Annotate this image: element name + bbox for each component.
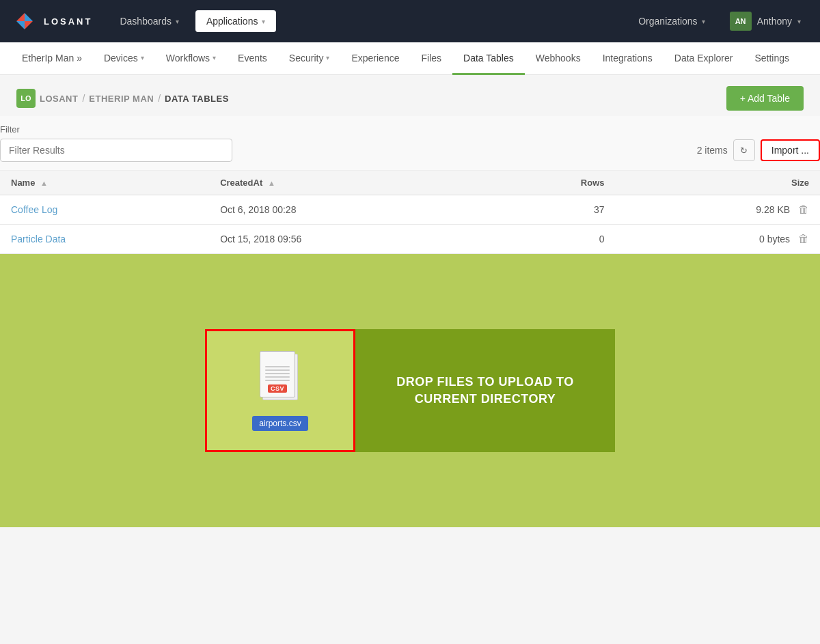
sidebar-item-experience[interactable]: Experience: [340, 43, 410, 75]
table-section: Name ▲ CreatedAt ▲ Rows Size Coffee Log …: [0, 171, 820, 254]
filter-row: 2 items ↻ Import ...: [0, 139, 820, 162]
breadcrumb-area: LO LOSANT / ETHERIP MAN / DATA TABLES + …: [0, 75, 820, 116]
security-caret: ▾: [326, 54, 329, 61]
top-navigation: LOSANT Dashboards ▾ Applications ▾ Organ…: [0, 0, 820, 42]
row-1-createdat: Oct 6, 2018 00:28: [209, 195, 491, 225]
csv-type-label: CSV: [268, 384, 287, 393]
drop-message: DROP FILES TO UPLOAD TO CURRENT DIRECTOR…: [355, 329, 615, 452]
csv-line-2: [265, 369, 290, 371]
sidebar-item-integrations[interactable]: Integrations: [592, 43, 664, 75]
drop-zone-area[interactable]: CSV airports.csv DROP FILES TO UPLOAD TO…: [0, 254, 820, 527]
breadcrumb-current: DATA TABLES: [165, 94, 229, 104]
applications-nav-btn[interactable]: Applications ▾: [195, 10, 277, 32]
losant-logo-icon: [11, 8, 38, 35]
csv-pages: CSV: [260, 351, 301, 402]
row-1-size: 9.28 KB: [756, 204, 790, 215]
row-2-name: Particle Data: [0, 225, 209, 254]
csv-lines: [265, 366, 290, 383]
organizations-btn[interactable]: Organizations ▾: [627, 10, 715, 32]
logo-area: LOSANT: [11, 8, 92, 35]
import-label: Import ...: [771, 145, 809, 156]
filter-label: Filter: [0, 124, 820, 135]
workflows-caret: ▾: [213, 54, 216, 61]
row-2-size: 0 bytes: [759, 234, 790, 244]
sidebar-item-data-tables[interactable]: Data Tables: [452, 43, 525, 75]
add-table-button[interactable]: + Add Table: [726, 86, 804, 111]
name-sort-icon: ▲: [40, 179, 48, 187]
dashboards-label: Dashboards: [120, 16, 172, 27]
user-avatar: AN: [730, 12, 752, 31]
filter-right: 2 items ↻ Import ...: [697, 139, 820, 161]
svg-marker-2: [16, 21, 25, 29]
user-caret: ▾: [797, 18, 801, 25]
sidebar-item-settings[interactable]: Settings: [743, 43, 800, 75]
dashboards-caret: ▾: [176, 18, 179, 25]
breadcrumb-sep-2: /: [158, 93, 161, 104]
file-name-badge: airports.csv: [252, 416, 308, 431]
dashboards-nav-btn[interactable]: Dashboards ▾: [109, 10, 190, 32]
table-header: Name ▲ CreatedAt ▲ Rows Size: [0, 171, 820, 195]
row-2-size-cell: 0 bytes 🗑: [616, 225, 821, 254]
svg-marker-1: [25, 13, 33, 21]
devices-caret: ▾: [141, 54, 144, 61]
csv-line-4: [265, 376, 290, 378]
user-initials: AN: [735, 17, 746, 25]
csv-line-1: [265, 366, 290, 367]
col-header-name[interactable]: Name ▲: [0, 171, 209, 195]
svg-marker-3: [25, 21, 33, 29]
breadcrumb-losant[interactable]: LOSANT: [40, 94, 78, 104]
col-header-size: Size: [616, 171, 821, 195]
row-1-name: Coffee Log: [0, 195, 209, 225]
svg-marker-0: [16, 13, 25, 21]
applications-label: Applications: [206, 16, 258, 27]
items-count: 2 items: [697, 145, 728, 156]
breadcrumb: LO LOSANT / ETHERIP MAN / DATA TABLES: [16, 89, 229, 108]
drop-zone-container: CSV airports.csv DROP FILES TO UPLOAD TO…: [205, 329, 615, 452]
table-row: Particle Data Oct 15, 2018 09:56 0 0 byt…: [0, 225, 820, 254]
row-1-delete-icon[interactable]: 🗑: [798, 204, 809, 215]
logo-text: LOSANT: [44, 16, 92, 27]
sub-navigation: EtherIp Man » Devices ▾ Workflows ▾ Even…: [0, 42, 820, 75]
refresh-icon: ↻: [740, 145, 748, 156]
breadcrumb-icon: LO: [16, 89, 36, 108]
sidebar-item-files[interactable]: Files: [410, 43, 452, 75]
username-label: Anthony: [757, 16, 792, 27]
particle-data-link[interactable]: Particle Data: [11, 234, 66, 244]
sidebar-item-devices[interactable]: Devices ▾: [93, 43, 155, 75]
csv-page-front: CSV: [260, 351, 295, 397]
row-1-rows: 37: [491, 195, 616, 225]
refresh-button[interactable]: ↻: [733, 139, 755, 161]
row-1-size-cell: 9.28 KB 🗑: [616, 195, 821, 225]
filter-input[interactable]: [0, 139, 232, 162]
row-2-delete-icon[interactable]: 🗑: [798, 233, 809, 244]
csv-file-icon: CSV: [260, 351, 301, 408]
row-2-createdat: Oct 15, 2018 09:56: [209, 225, 491, 254]
drop-message-text: DROP FILES TO UPLOAD TO CURRENT DIRECTOR…: [369, 374, 601, 408]
filter-area: Filter 2 items ↻ Import ...: [0, 116, 820, 171]
sidebar-item-etherip[interactable]: EtherIp Man »: [11, 43, 93, 75]
table-row: Coffee Log Oct 6, 2018 00:28 37 9.28 KB …: [0, 195, 820, 225]
col-header-createdat[interactable]: CreatedAt ▲: [209, 171, 491, 195]
sidebar-item-security[interactable]: Security ▾: [278, 43, 341, 75]
org-caret: ▾: [702, 18, 705, 25]
createdat-sort-icon: ▲: [268, 179, 275, 187]
import-button[interactable]: Import ...: [761, 139, 820, 161]
organizations-label: Organizations: [638, 16, 697, 27]
csv-line-5: [265, 380, 290, 381]
breadcrumb-etherip[interactable]: ETHERIP MAN: [89, 94, 154, 104]
table-body: Coffee Log Oct 6, 2018 00:28 37 9.28 KB …: [0, 195, 820, 254]
nav-right: Organizations ▾ AN Anthony ▾: [627, 6, 809, 36]
data-tables-table: Name ▲ CreatedAt ▲ Rows Size Coffee Log …: [0, 171, 820, 254]
breadcrumb-sep-1: /: [82, 93, 85, 104]
file-preview: CSV airports.csv: [205, 329, 355, 452]
user-menu-btn[interactable]: AN Anthony ▾: [722, 6, 809, 36]
row-2-rows: 0: [491, 225, 616, 254]
sidebar-item-events[interactable]: Events: [227, 43, 278, 75]
sidebar-item-webhooks[interactable]: Webhooks: [525, 43, 592, 75]
applications-caret: ▾: [262, 18, 265, 25]
sidebar-item-workflows[interactable]: Workflows ▾: [155, 43, 227, 75]
coffee-log-link[interactable]: Coffee Log: [11, 204, 57, 215]
csv-line-3: [265, 373, 290, 374]
sidebar-item-data-explorer[interactable]: Data Explorer: [664, 43, 744, 75]
col-header-rows: Rows: [491, 171, 616, 195]
